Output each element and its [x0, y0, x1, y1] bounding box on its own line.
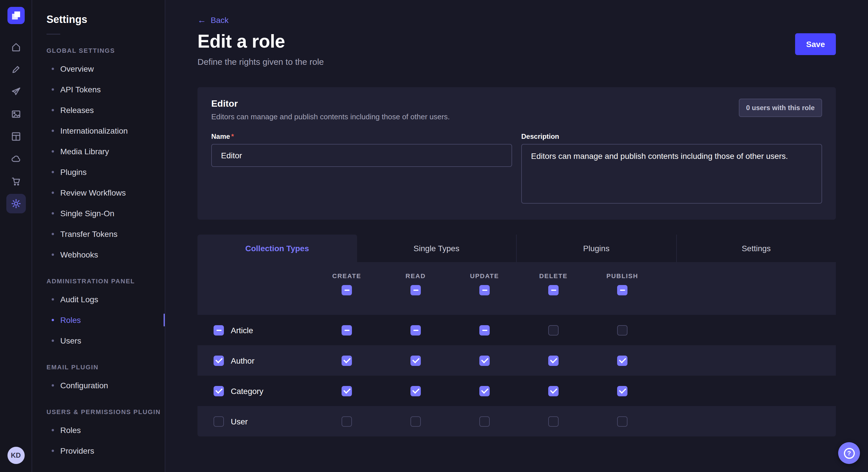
- nav-content-manager[interactable]: [6, 60, 26, 79]
- column-label: READ: [406, 272, 426, 279]
- sidebar-item-single-sign-on[interactable]: Single Sign-On: [32, 203, 165, 224]
- user-create-checkbox[interactable]: [342, 416, 352, 427]
- sidebar-divider: [46, 34, 60, 34]
- role-description-text: Editors can manage and publish contents …: [211, 112, 450, 121]
- column-create: CREATE: [312, 262, 381, 315]
- category-update-checkbox[interactable]: [479, 386, 490, 396]
- article-read-checkbox[interactable]: [410, 325, 421, 335]
- image-icon: [11, 109, 21, 119]
- nav-deploy[interactable]: [6, 149, 26, 169]
- user-row-checkbox[interactable]: [214, 416, 224, 427]
- sidebar-title: Settings: [46, 14, 165, 26]
- author-row-checkbox[interactable]: [214, 355, 224, 366]
- bullet-icon: [52, 339, 54, 342]
- app: KD Settings GLOBAL SETTINGS Overview API…: [0, 0, 868, 472]
- sidebar-sections: GLOBAL SETTINGS Overview API Tokens Rele…: [32, 47, 165, 461]
- back-link[interactable]: ← Back: [197, 15, 228, 24]
- row-label: Author: [231, 356, 255, 365]
- permission-cell: [588, 416, 657, 427]
- tab-plugins[interactable]: Plugins: [516, 235, 676, 262]
- user-delete-checkbox[interactable]: [548, 416, 559, 427]
- table-row-user: User: [197, 406, 836, 436]
- permissions-tabs: Collection Types Single Types Plugins Se…: [197, 235, 836, 262]
- strapi-logo[interactable]: [7, 7, 24, 24]
- sidebar-section-label: ADMINISTRATION PANEL: [46, 278, 165, 284]
- author-read-checkbox[interactable]: [410, 355, 421, 366]
- nav-media-library[interactable]: [6, 104, 26, 124]
- nav-home[interactable]: [6, 37, 26, 57]
- row-lead: Article: [197, 325, 312, 335]
- sidebar-item-roles[interactable]: Roles: [32, 420, 165, 440]
- tab-single-types[interactable]: Single Types: [357, 235, 516, 262]
- sidebar-item-transfer-tokens[interactable]: Transfer Tokens: [32, 224, 165, 244]
- sidebar-item-roles[interactable]: Roles: [32, 310, 165, 330]
- sidebar-section-items: Roles Providers: [32, 420, 165, 461]
- sidebar-item-plugins[interactable]: Plugins: [32, 162, 165, 182]
- sidebar-item-review-workflows[interactable]: Review Workflows: [32, 182, 165, 203]
- page-header: Edit a role Define the rights given to t…: [197, 31, 836, 67]
- sidebar-item-label: API Tokens: [60, 85, 101, 94]
- select-all-read-checkbox[interactable]: [410, 285, 421, 295]
- sidebar-item-label: Providers: [60, 446, 94, 456]
- user-avatar[interactable]: KD: [7, 447, 24, 464]
- description-input[interactable]: Editors can manage and publish contents …: [521, 144, 822, 204]
- sidebar-section-items: Audit Logs Roles Users: [32, 289, 165, 351]
- article-row-checkbox[interactable]: [214, 325, 224, 335]
- sidebar-item-releases[interactable]: Releases: [32, 100, 165, 121]
- article-delete-checkbox[interactable]: [548, 325, 559, 335]
- nav-releases[interactable]: [6, 82, 26, 102]
- sidebar-item-label: Configuration: [60, 381, 108, 390]
- column-publish: PUBLISH: [588, 262, 657, 315]
- article-update-checkbox[interactable]: [479, 325, 490, 335]
- category-create-checkbox[interactable]: [342, 386, 352, 396]
- category-delete-checkbox[interactable]: [548, 386, 559, 396]
- sidebar-section: EMAIL PLUGIN Configuration: [32, 364, 165, 396]
- user-update-checkbox[interactable]: [479, 416, 490, 427]
- nav-content-type-builder[interactable]: [6, 127, 26, 146]
- category-read-checkbox[interactable]: [410, 386, 421, 396]
- tab-settings[interactable]: Settings: [676, 235, 836, 262]
- nav-settings[interactable]: [6, 194, 26, 213]
- sidebar-item-media-library[interactable]: Media Library: [32, 141, 165, 162]
- tab-label: Collection Types: [245, 244, 309, 253]
- select-all-publish-checkbox[interactable]: [617, 285, 627, 295]
- sidebar-item-api-tokens[interactable]: API Tokens: [32, 79, 165, 100]
- users-count-button[interactable]: 0 users with this role: [739, 99, 822, 117]
- article-create-checkbox[interactable]: [342, 325, 352, 335]
- select-all-delete-checkbox[interactable]: [548, 285, 559, 295]
- user-publish-checkbox[interactable]: [617, 416, 627, 427]
- author-create-checkbox[interactable]: [342, 355, 352, 366]
- sidebar-item-configuration[interactable]: Configuration: [32, 375, 165, 396]
- sidebar-item-overview[interactable]: Overview: [32, 59, 165, 79]
- bullet-icon: [52, 212, 54, 214]
- sidebar-item-providers[interactable]: Providers: [32, 440, 165, 461]
- category-publish-checkbox[interactable]: [617, 386, 627, 396]
- sidebar-item-audit-logs[interactable]: Audit Logs: [32, 289, 165, 310]
- permission-cell: [519, 355, 588, 366]
- user-read-checkbox[interactable]: [410, 416, 421, 427]
- name-field: Name*: [211, 133, 512, 206]
- sidebar-section-label: EMAIL PLUGIN: [46, 364, 165, 370]
- author-delete-checkbox[interactable]: [548, 355, 559, 366]
- sidebar-item-internationalization[interactable]: Internationalization: [32, 121, 165, 141]
- category-row-checkbox[interactable]: [214, 386, 224, 396]
- help-button[interactable]: ?: [838, 442, 860, 464]
- bullet-icon: [52, 150, 54, 153]
- save-button[interactable]: Save: [795, 33, 836, 55]
- sidebar-item-label: Media Library: [60, 147, 109, 156]
- sidebar-item-webhooks[interactable]: Webhooks: [32, 244, 165, 265]
- column-label: DELETE: [539, 272, 568, 279]
- sidebar-item-label: Plugins: [60, 167, 87, 177]
- tab-collection-types[interactable]: Collection Types: [197, 235, 357, 262]
- nav-marketplace[interactable]: [6, 171, 26, 191]
- select-all-update-checkbox[interactable]: [479, 285, 490, 295]
- page-subtitle: Define the rights given to the role: [197, 57, 324, 67]
- article-publish-checkbox[interactable]: [617, 325, 627, 335]
- name-input[interactable]: [211, 144, 512, 167]
- sidebar-item-users[interactable]: Users: [32, 330, 165, 351]
- author-publish-checkbox[interactable]: [617, 355, 627, 366]
- author-update-checkbox[interactable]: [479, 355, 490, 366]
- select-all-create-checkbox[interactable]: [342, 285, 352, 295]
- role-details-card: Editor Editors can manage and publish co…: [197, 87, 836, 220]
- sidebar-item-label: Webhooks: [60, 250, 98, 259]
